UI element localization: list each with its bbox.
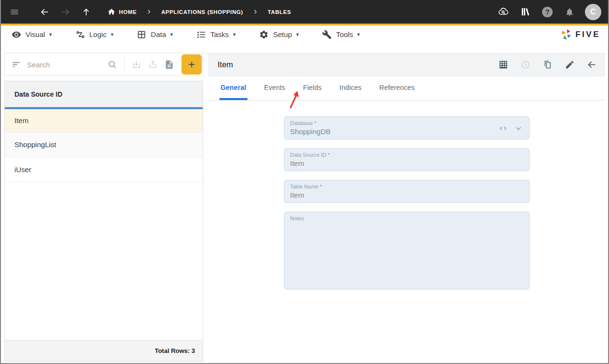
breadcrumb-tables[interactable]: TABLES [268,9,291,15]
menu-logic-label: Logic [90,30,107,38]
breadcrumb: HOME APPLICATIONS (SHOPPING) TABLES [107,8,291,16]
tab-content: Database * ShoppingDB Data Source ID * I… [208,100,605,362]
grid-column-header[interactable]: Data Source ID [5,81,203,107]
page-title: Item [218,60,233,69]
main-area: + Data Source ID Item ShoppingList iUser… [1,43,608,363]
app-window: HOME APPLICATIONS (SHOPPING) TABLES [0,0,609,364]
notes-field[interactable]: Notes [284,212,530,289]
search-input[interactable] [27,61,107,69]
list-panel: + Data Source ID Item ShoppingList iUser… [4,53,203,362]
five-logo-text: FIVE [575,30,600,39]
eye-icon [12,30,21,39]
document-icon[interactable] [163,59,175,70]
edit-icon[interactable] [564,59,575,71]
copy-icon[interactable] [542,59,553,71]
caret-down-icon: ▼ [49,32,53,37]
five-logo: FIVE [560,28,600,41]
menu-tools-label: Tools [336,30,353,38]
menu-visual-label: Visual [26,30,45,38]
menu-tasks-label: Tasks [210,30,229,38]
cloud-search-icon[interactable] [497,6,509,18]
menu-data[interactable]: Data ▼ [137,30,174,39]
home-icon [107,8,116,16]
menu-tools[interactable]: Tools ▼ [322,30,361,39]
database-field-label: Database * [290,120,523,126]
detail-panel: Item [208,53,605,362]
grid-row-item[interactable]: Item [5,107,203,132]
toolbar-divider [124,57,125,72]
caret-down-icon: ▼ [356,32,361,37]
gear-icon [259,30,269,39]
breadcrumb-home-label: HOME [119,9,137,15]
detail-tabs: General Events Fields Indices References [208,76,605,100]
chevron-down-icon[interactable] [514,124,523,133]
menu-visual[interactable]: Visual ▼ [12,30,53,39]
table-icon [137,30,146,39]
breadcrumb-home[interactable]: HOME [107,8,137,16]
menu-logic[interactable]: Logic ▼ [76,30,115,39]
import-icon[interactable] [130,59,142,70]
help-icon[interactable]: ? [542,6,553,18]
breadcrumb-applications[interactable]: APPLICATIONS (SHOPPING) [161,9,243,15]
collapse-panel-icon[interactable] [586,59,597,71]
tasks-checklist-icon [196,30,206,39]
help-glyph: ? [542,7,553,17]
menu-setup[interactable]: Setup ▼ [259,30,299,39]
table-name-field-label: Table Name * [290,184,523,189]
data-source-id-field-value: Item [290,159,523,167]
table-view-icon[interactable] [497,59,509,71]
tab-references[interactable]: References [378,76,416,100]
grid-row-shoppinglist[interactable]: ShoppingList [5,132,203,157]
code-icon[interactable] [498,124,508,133]
add-record-button[interactable]: + [181,54,202,75]
menu-setup-label: Setup [273,30,292,38]
menubar: Visual ▼ Logic ▼ Data ▼ Tasks ▼ Setup ▼ … [1,25,608,43]
menu-tasks[interactable]: Tasks ▼ [196,30,236,39]
database-field[interactable]: Database * ShoppingDB [284,116,530,139]
grid-row-iuser[interactable]: iUser [5,157,203,182]
up-icon[interactable] [80,6,92,18]
caret-down-icon: ▼ [169,32,174,37]
table-name-field[interactable]: Table Name * Item [284,180,530,203]
detail-header: Item [208,53,605,76]
data-source-id-field-label: Data Source ID * [290,152,523,158]
search-icon[interactable] [107,60,117,70]
tab-general[interactable]: General [220,76,247,100]
general-form: Database * ShoppingDB Data Source ID * I… [284,116,530,298]
history-icon[interactable] [519,59,531,71]
caret-down-icon: ▼ [295,32,299,37]
library-icon[interactable] [519,6,531,18]
grid-empty-space [5,182,203,340]
chevron-right-icon [146,9,152,14]
forward-icon[interactable] [60,6,71,18]
tab-events[interactable]: Events [263,76,286,100]
logic-flow-icon [76,30,85,39]
notifications-icon[interactable] [564,6,575,18]
export-icon[interactable] [147,59,158,70]
caret-down-icon: ▼ [110,32,114,37]
chevron-right-icon [253,9,258,14]
menu-data-label: Data [151,30,166,38]
back-icon[interactable] [39,6,51,18]
five-pinwheel-icon [560,28,573,41]
data-grid: Data Source ID Item ShoppingList iUser T… [4,81,203,362]
tools-icon [322,30,332,39]
data-source-id-field[interactable]: Data Source ID * Item [284,148,530,171]
tab-fields[interactable]: Fields [302,76,323,100]
total-rows-label: Total Rows: 3 [5,340,203,361]
notes-field-label: Notes [290,215,523,221]
database-field-value: ShoppingDB [290,127,523,136]
plus-icon: + [188,59,195,70]
filter-icon[interactable] [12,60,21,69]
caret-down-icon: ▼ [232,32,236,37]
top-navbar: HOME APPLICATIONS (SHOPPING) TABLES [1,0,608,24]
menu-icon[interactable] [9,6,20,18]
table-name-field-value: Item [290,191,523,199]
list-toolbar: + [4,53,203,76]
tab-indices[interactable]: Indices [338,76,363,100]
user-avatar[interactable]: C [585,4,601,20]
